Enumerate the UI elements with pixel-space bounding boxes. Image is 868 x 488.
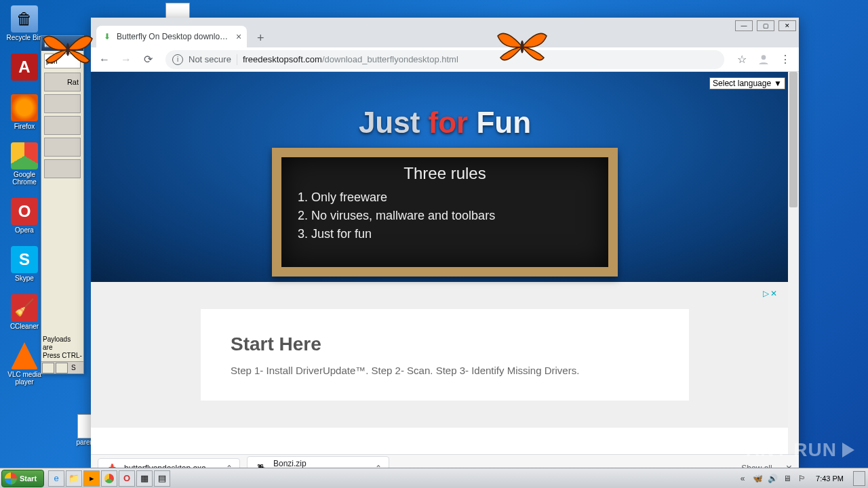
ad-body: Step 1- Install DriverUpdate™. Step 2- S… [231, 365, 659, 376]
opera-icon: O [11, 198, 38, 225]
back-button[interactable]: ← [95, 50, 114, 69]
anyrun-watermark: ANY RUN [746, 439, 854, 461]
tab-strip: ⬇ Butterfly On Desktop download page × + [91, 23, 799, 47]
page-hero: Select language ▼ Just for Fun Three rul… [91, 72, 799, 282]
tray-flag-icon[interactable]: 🏳 [797, 473, 808, 484]
mini-window-status: Payloads are Press CTRL- [43, 336, 82, 360]
system-tray: « 🦋 🔊 🖥 🏳 7:43 PM [737, 471, 868, 486]
field-4[interactable] [44, 138, 81, 157]
reload-button[interactable]: ⟳ [138, 50, 157, 69]
taskbar-app2-icon[interactable]: ▤ [154, 470, 170, 487]
desktop-icon-opera[interactable]: OOpera [5, 198, 43, 234]
tab-title: Butterfly On Desktop download page [117, 32, 232, 41]
mini-window-toolbar: S [41, 361, 83, 373]
rule-3: 3. Just for fun [298, 225, 592, 243]
tray-butterfly-icon[interactable]: 🦋 [752, 473, 763, 484]
quick-launch: e 📁 ▸ O ▦ ▤ [48, 470, 170, 487]
hero-title: Just for Fun [91, 72, 799, 140]
desktop-icon-chrome[interactable]: Google Chrome [5, 142, 43, 186]
minimize-button[interactable]: — [735, 20, 753, 31]
ad-card[interactable]: ▷✕ Start Here Step 1- Install DriverUpda… [201, 309, 689, 401]
tab-active[interactable]: ⬇ Butterfly On Desktop download page × [96, 26, 247, 47]
chrome-titlebar[interactable] [91, 18, 799, 23]
taskbar-clock[interactable]: 7:43 PM [812, 474, 848, 483]
forward-button[interactable]: → [117, 50, 136, 69]
show-desktop-button[interactable] [853, 471, 865, 486]
taskbar-app1-icon[interactable]: ▦ [136, 470, 153, 487]
field-3[interactable] [44, 116, 81, 135]
mini-toolbar-btn-2[interactable] [56, 363, 68, 373]
ad-choices-icon[interactable]: ▷✕ [763, 289, 777, 298]
background-app-window[interactable]: ▦ M pen Rat Payloads are Press CTRL- S [41, 35, 84, 374]
chrome-browser-window: — ▢ ✕ ⬇ Butterfly On Desktop download pa… [91, 18, 799, 468]
rule-2: 2. No viruses, mallware and toolbars [298, 207, 592, 225]
vertical-scrollbar[interactable] [788, 72, 799, 454]
taskbar-ie-icon[interactable]: e [48, 470, 64, 487]
browser-toolbar: ← → ⟳ i Not secure freedesktopsoft.com/d… [91, 47, 799, 72]
desktop-icon-skype[interactable]: SSkype [5, 246, 43, 282]
desktop-icon-adobe[interactable]: A [5, 54, 43, 82]
language-select[interactable]: Select language ▼ [709, 77, 785, 89]
taskbar-explorer-icon[interactable]: 📁 [66, 470, 82, 487]
desktop-icon-recycle-bin[interactable]: 🗑Recycle Bin [5, 5, 43, 41]
address-bar[interactable]: i Not secure freedesktopsoft.com/downloa… [165, 50, 724, 69]
kebab-menu-icon[interactable]: ⋮ [776, 50, 795, 69]
play-icon [842, 443, 854, 458]
maximize-button[interactable]: ▢ [757, 20, 774, 31]
open-button[interactable]: pen [44, 54, 81, 68]
recycle-bin-icon: 🗑 [11, 5, 38, 33]
skype-icon: S [11, 246, 38, 273]
rule-1: 1. Only freeware [298, 188, 592, 207]
ad-title: Start Here [231, 333, 659, 355]
chalkboard: Three rules 1. Only freeware 2. No virus… [272, 148, 618, 277]
profile-icon[interactable] [754, 50, 773, 69]
desktop-icon-vlc[interactable]: VLC media player [5, 342, 43, 386]
field-5[interactable] [44, 159, 81, 178]
tray-expand-icon[interactable]: « [737, 473, 748, 484]
url-text: freedesktopsoft.com/download_butterflyon… [243, 54, 458, 64]
tray-volume-icon[interactable]: 🔊 [767, 473, 778, 484]
desktop-icon-ccleaner[interactable]: 🧹CCleaner [5, 294, 43, 330]
adobe-icon: A [11, 54, 38, 81]
info-icon[interactable]: i [172, 54, 183, 65]
window-controls: — ▢ ✕ [735, 20, 796, 31]
desktop-icon-firefox[interactable]: Firefox [5, 94, 43, 130]
page-body: ▷✕ Start Here Step 1- Install DriverUpda… [91, 282, 799, 428]
scrollbar-thumb[interactable] [789, 72, 797, 207]
svg-point-0 [762, 55, 766, 60]
taskbar-opera-icon[interactable]: O [119, 470, 135, 487]
start-button[interactable]: Start [1, 470, 44, 487]
taskbar-media-icon[interactable]: ▸ [83, 470, 100, 487]
vlc-icon [11, 342, 38, 369]
chevron-down-icon: ▼ [774, 79, 782, 88]
new-tab-button[interactable]: + [251, 28, 270, 47]
app-icon: ▦ [44, 40, 50, 47]
taskbar-chrome-icon[interactable] [101, 470, 117, 487]
close-button[interactable]: ✕ [778, 20, 796, 31]
field-2[interactable] [44, 94, 81, 113]
mini-toolbar-btn-1[interactable] [42, 363, 54, 373]
mini-window-titlebar[interactable]: ▦ M [41, 36, 83, 51]
page-viewport: Select language ▼ Just for Fun Three rul… [91, 72, 799, 454]
tab-close-icon[interactable]: × [236, 31, 241, 42]
taskbar: Start e 📁 ▸ O ▦ ▤ « 🦋 🔊 🖥 🏳 7:43 PM [0, 468, 868, 488]
windows-logo-icon [5, 472, 17, 485]
ccleaner-icon: 🧹 [11, 294, 38, 321]
tray-network-icon[interactable]: 🖥 [782, 473, 793, 484]
chrome-icon [11, 142, 38, 169]
mini-window-body: pen Rat [41, 51, 83, 184]
rate-field[interactable]: Rat [44, 73, 81, 92]
divider [237, 54, 237, 65]
board-title: Three rules [298, 164, 592, 183]
firefox-icon [11, 94, 38, 121]
security-status: Not secure [189, 54, 231, 64]
bookmark-star-icon[interactable]: ☆ [732, 50, 751, 69]
download-icon: ⬇ [102, 31, 113, 42]
